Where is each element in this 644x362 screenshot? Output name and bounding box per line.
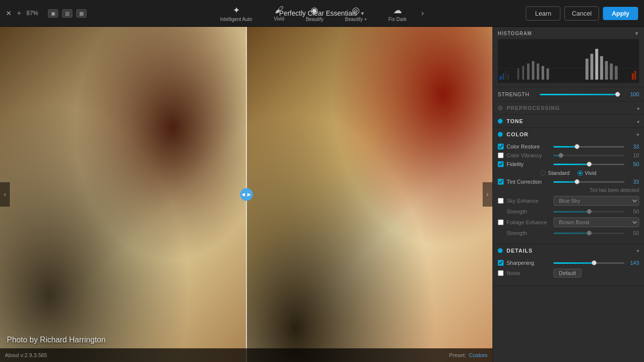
fidelity-standard-option[interactable]: Standard	[540, 170, 570, 176]
svg-rect-21	[634, 71, 636, 80]
preset-value: Custom	[469, 352, 488, 358]
bottom-bar: About v:2.9.3.565 Preset: Custom	[0, 348, 492, 362]
learn-button[interactable]: Learn	[526, 6, 560, 21]
view-single-btn[interactable]: ▣	[48, 9, 58, 18]
preprocessing-dot	[498, 106, 503, 110]
foliage-strength-thumb	[587, 231, 592, 235]
details-header[interactable]: DETAILS ▾	[493, 244, 644, 257]
preset-fix-dark[interactable]: ☁ Fix Dark	[378, 3, 417, 24]
foliage-strength-fill	[554, 233, 589, 234]
svg-rect-10	[537, 64, 539, 80]
strength-slider-thumb[interactable]	[615, 92, 620, 97]
preprocessing-section: PREPROCESSING ◂	[493, 102, 644, 115]
presets-next-icon[interactable]: ›	[418, 9, 428, 18]
tone-header[interactable]: TONE ◂	[493, 115, 644, 128]
fidelity-radio-row: Standard Vivid	[498, 170, 639, 176]
color-restore-label: Color Restore	[507, 144, 551, 149]
tint-correction-fill	[554, 181, 577, 183]
sky-dropdown[interactable]: Blue Sky	[554, 196, 639, 206]
strength-slider-fill	[540, 94, 618, 95]
fidelity-vivid-option[interactable]: Vivid	[577, 170, 597, 176]
preset-intelligent-auto[interactable]: ✦ Intelligent Auto	[209, 3, 263, 24]
svg-rect-17	[605, 61, 608, 80]
strength-section: STRENGTH 100	[493, 87, 644, 102]
strength-row: STRENGTH 100	[498, 91, 639, 97]
strength-slider-track[interactable]	[540, 94, 618, 95]
svg-rect-9	[532, 61, 534, 80]
tint-correction-checkbox[interactable]	[498, 179, 504, 185]
svg-rect-7	[522, 66, 524, 80]
svg-rect-15	[595, 49, 598, 80]
tint-correction-value: 33	[627, 179, 639, 185]
foliage-enhance-row: Foliage Enhance Brown Boost	[498, 217, 639, 227]
preprocessing-title: PREPROCESSING	[507, 105, 637, 111]
svg-rect-14	[590, 54, 593, 80]
fidelity-vivid-label: Vivid	[585, 170, 597, 176]
color-vibrancy-checkbox[interactable]	[498, 152, 504, 158]
split-handle[interactable]: ◄►	[240, 188, 253, 201]
title-dropdown-arrow[interactable]: ▼	[360, 11, 365, 16]
sharpening-checkbox[interactable]	[498, 260, 504, 266]
foliage-enhance-checkbox[interactable]	[498, 219, 504, 225]
histogram-svg	[498, 39, 639, 83]
sky-strength-slider	[554, 211, 624, 213]
sharpening-label: Sharpening	[507, 260, 551, 266]
sharpening-slider[interactable]	[554, 262, 624, 264]
tint-correction-row: Tint Correction 33	[498, 179, 639, 185]
preset-label: Preset:	[449, 352, 466, 358]
histogram-section: HISTOGRAM ▼	[493, 27, 644, 87]
fidelity-vivid-radio[interactable]	[577, 170, 583, 176]
tint-correction-thumb[interactable]	[575, 179, 579, 184]
photo-credit: Photo by Richard Harrington	[7, 336, 106, 344]
app-title: Perfectly Clear Essentials	[279, 9, 357, 17]
fidelity-slider[interactable]	[554, 164, 624, 165]
tint-correction-slider[interactable]	[554, 181, 624, 183]
noise-checkbox[interactable]	[498, 270, 504, 276]
apply-button[interactable]: Apply	[603, 7, 638, 20]
color-content: Color Restore 33 Color Vibrancy 10	[493, 141, 644, 244]
strength-value: 100	[625, 91, 639, 97]
color-header[interactable]: COLOR ▾	[493, 128, 644, 141]
view-split-btn[interactable]: ▥	[62, 9, 72, 18]
fidelity-standard-radio[interactable]	[540, 170, 546, 176]
sharpening-thumb[interactable]	[592, 260, 597, 265]
tone-section: TONE ◂	[493, 115, 644, 128]
svg-rect-13	[585, 59, 588, 80]
add-icon[interactable]: ＋	[16, 9, 22, 18]
tint-correction-label: Tint Correction	[507, 179, 551, 185]
view-compare-btn[interactable]: ▦	[76, 9, 87, 18]
svg-rect-20	[632, 73, 634, 80]
sky-strength-value: 50	[627, 209, 639, 214]
foliage-enhance-label: Foliage Enhance	[507, 219, 551, 225]
color-restore-slider[interactable]	[554, 146, 624, 148]
sky-enhance-checkbox[interactable]	[498, 198, 504, 204]
foliage-strength-slider	[554, 233, 624, 234]
close-icon[interactable]: ✕	[6, 9, 12, 17]
svg-rect-11	[542, 66, 544, 80]
fidelity-checkbox[interactable]	[498, 161, 504, 167]
color-vibrancy-label: Color Vibrancy	[507, 152, 551, 158]
cancel-button[interactable]: Cancel	[564, 6, 599, 21]
foliage-strength-value: 50	[627, 230, 639, 236]
preset-fix-dark-icon: ☁	[393, 5, 402, 16]
zoom-level: 87%	[26, 10, 44, 17]
preprocessing-header[interactable]: PREPROCESSING ◂	[493, 102, 644, 114]
sky-strength-fill	[554, 211, 589, 213]
color-restore-fill	[554, 146, 577, 148]
foliage-dropdown[interactable]: Brown Boost	[554, 217, 639, 227]
svg-rect-18	[610, 64, 613, 80]
prev-image-button[interactable]: ‹	[0, 182, 10, 207]
color-restore-checkbox[interactable]	[498, 144, 504, 149]
noise-default-button[interactable]: Default	[554, 269, 581, 277]
histogram-header: HISTOGRAM ▼	[498, 31, 639, 36]
fidelity-thumb[interactable]	[587, 162, 592, 167]
histogram-expand-icon[interactable]: ▼	[634, 31, 639, 36]
foliage-strength-row: Strength 50	[498, 230, 639, 236]
sky-enhance-row: Sky Enhance Blue Sky	[498, 196, 639, 206]
color-vibrancy-value: 10	[627, 152, 639, 158]
tint-note: Tint has been detected	[590, 188, 639, 193]
histogram-title: HISTOGRAM	[498, 31, 532, 36]
next-image-button[interactable]: ›	[483, 182, 492, 207]
color-restore-thumb[interactable]	[575, 144, 579, 149]
color-restore-row: Color Restore 33	[498, 144, 639, 149]
